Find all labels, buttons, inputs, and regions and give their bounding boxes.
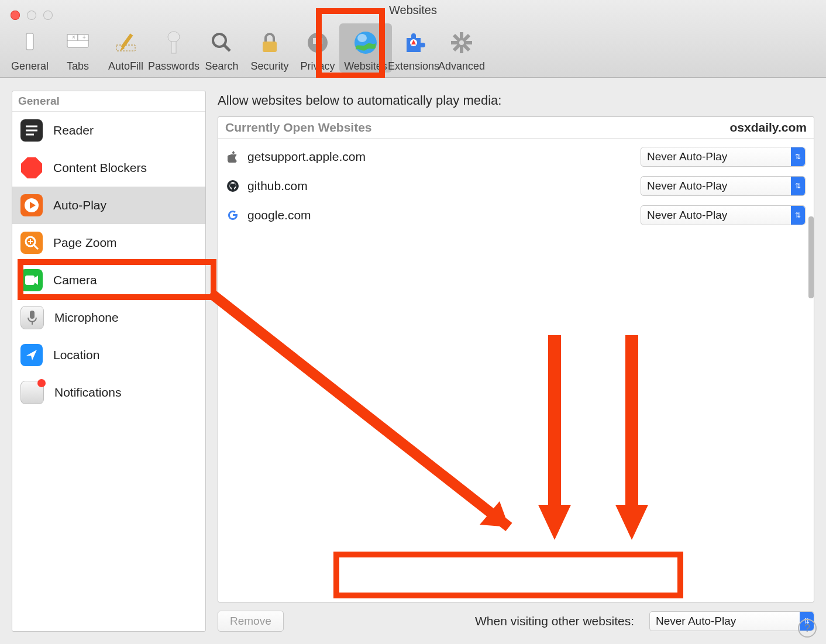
- svg-line-31: [34, 245, 38, 249]
- select-value: Never Auto-Play: [656, 615, 736, 628]
- extensions-icon: [401, 30, 426, 56]
- remove-button[interactable]: Remove: [218, 611, 284, 632]
- svg-point-9: [168, 32, 180, 42]
- toolbar-security-label: Security: [250, 60, 288, 73]
- help-button[interactable]: ?: [798, 619, 817, 638]
- sidebar-item-label: Page Zoom: [53, 236, 117, 250]
- sidebar-item-label: Reader: [53, 123, 94, 137]
- svg-rect-6: [116, 45, 135, 51]
- security-icon: [257, 30, 283, 56]
- sidebar-item-label: Notifications: [54, 385, 121, 400]
- sidebar-item-location[interactable]: Location: [12, 336, 205, 374]
- toolbar-extensions[interactable]: Extensions: [387, 23, 440, 73]
- websites-icon: [353, 30, 378, 56]
- svg-rect-13: [263, 42, 277, 52]
- watermark: osxdaily.com: [730, 120, 807, 135]
- toolbar-general-label: General: [11, 60, 49, 73]
- svg-marker-35: [35, 275, 38, 285]
- toolbar-privacy[interactable]: Privacy: [291, 23, 344, 73]
- auto-play-icon: [20, 194, 43, 216]
- website-host: github.com: [247, 179, 632, 193]
- sidebar-item-microphone[interactable]: Microphone: [12, 299, 205, 336]
- toolbar-passwords[interactable]: Passwords: [147, 23, 200, 73]
- toolbar-advanced-label: Advanced: [438, 60, 485, 73]
- toolbar-search[interactable]: Search: [195, 23, 248, 73]
- settings-sidebar: General Reader Content Blockers Auto-Pla…: [12, 91, 206, 632]
- svg-line-12: [224, 45, 230, 51]
- select-value: Never Auto-Play: [647, 180, 727, 192]
- svg-text:+: +: [82, 34, 86, 40]
- sidebar-item-auto-play[interactable]: Auto-Play: [12, 187, 205, 224]
- website-row[interactable]: github.com Never Auto-Play ⇅: [218, 171, 814, 201]
- sidebar-item-reader[interactable]: Reader: [12, 112, 205, 149]
- github-icon: [226, 180, 239, 192]
- sidebar-item-page-zoom[interactable]: Page Zoom: [12, 224, 205, 261]
- apple-icon: [226, 150, 239, 163]
- sidebar-item-label: Content Blockers: [53, 161, 147, 175]
- sidebar-item-content-blockers[interactable]: Content Blockers: [12, 149, 205, 187]
- website-host: getsupport.apple.com: [247, 150, 632, 164]
- other-websites-label: When visiting other websites:: [475, 614, 634, 628]
- sidebar-item-label: Microphone: [54, 311, 119, 325]
- toolbar-tabs[interactable]: ×+ Tabs: [51, 23, 104, 73]
- websites-list: Currently Open Websites osxdaily.com get…: [218, 116, 814, 602]
- chevron-updown-icon: ⇅: [791, 177, 805, 195]
- website-row[interactable]: google.com Never Auto-Play ⇅: [218, 201, 814, 230]
- page-zoom-icon: [20, 232, 43, 254]
- toolbar-privacy-label: Privacy: [300, 60, 335, 73]
- sidebar-item-label: Camera: [53, 273, 97, 287]
- passwords-icon: [161, 30, 187, 56]
- svg-point-24: [459, 40, 464, 45]
- sidebar-item-label: Auto-Play: [53, 198, 106, 212]
- svg-rect-0: [26, 33, 33, 50]
- sidebar-section-header: General: [12, 91, 205, 112]
- toolbar-tabs-label: Tabs: [67, 60, 89, 73]
- sidebar-item-camera[interactable]: Camera: [12, 261, 205, 299]
- sidebar-item-notifications[interactable]: Notifications: [12, 374, 205, 411]
- search-icon: [209, 30, 235, 56]
- toolbar-websites-label: Websites: [344, 60, 387, 73]
- reader-icon: [20, 119, 43, 142]
- svg-rect-10: [171, 42, 176, 53]
- list-section-header: Currently Open Websites: [225, 120, 372, 135]
- scrollbar-thumb[interactable]: [808, 216, 814, 298]
- content-blockers-icon: [20, 157, 43, 179]
- toolbar-security[interactable]: Security: [243, 23, 296, 73]
- svg-line-7: [122, 35, 132, 47]
- toolbar-extensions-label: Extensions: [388, 60, 439, 73]
- toolbar-passwords-label: Passwords: [148, 60, 199, 73]
- svg-point-16: [357, 34, 367, 42]
- svg-rect-34: [25, 275, 35, 285]
- tabs-icon: ×+: [65, 30, 91, 56]
- privacy-icon: [305, 30, 331, 56]
- autoplay-select[interactable]: Never Auto-Play ⇅: [641, 176, 806, 196]
- toolbar-general[interactable]: General: [4, 23, 56, 73]
- chevron-updown-icon: ⇅: [791, 206, 805, 225]
- other-websites-select[interactable]: Never Auto-Play ⇅: [649, 611, 814, 631]
- select-value: Never Auto-Play: [647, 209, 727, 222]
- toolbar-autofill[interactable]: AutoFill: [99, 23, 152, 73]
- toolbar-search-label: Search: [205, 60, 238, 73]
- svg-point-11: [213, 34, 226, 47]
- chevron-updown-icon: ⇅: [791, 147, 805, 166]
- svg-point-15: [355, 32, 377, 54]
- svg-rect-36: [30, 311, 35, 319]
- toolbar-websites[interactable]: Websites: [339, 23, 392, 73]
- location-icon: [20, 344, 43, 366]
- autoplay-select[interactable]: Never Auto-Play ⇅: [641, 147, 806, 167]
- window-title: Websites: [0, 4, 826, 17]
- toolbar-autofill-label: AutoFill: [108, 60, 143, 73]
- svg-text:×: ×: [72, 34, 75, 40]
- sidebar-item-label: Location: [53, 348, 99, 362]
- camera-icon: [20, 269, 43, 291]
- toolbar-advanced[interactable]: Advanced: [435, 23, 488, 73]
- preferences-toolbar: General ×+ Tabs AutoFill Passwords: [6, 23, 486, 73]
- select-value: Never Auto-Play: [647, 150, 727, 163]
- main-heading: Allow websites below to automatically pl…: [218, 93, 814, 108]
- website-row[interactable]: getsupport.apple.com Never Auto-Play ⇅: [218, 142, 814, 171]
- main-pane: Allow websites below to automatically pl…: [218, 91, 814, 632]
- autoplay-select[interactable]: Never Auto-Play ⇅: [641, 205, 806, 225]
- autofill-icon: [113, 30, 139, 56]
- google-icon: [226, 209, 239, 222]
- svg-marker-38: [26, 350, 37, 360]
